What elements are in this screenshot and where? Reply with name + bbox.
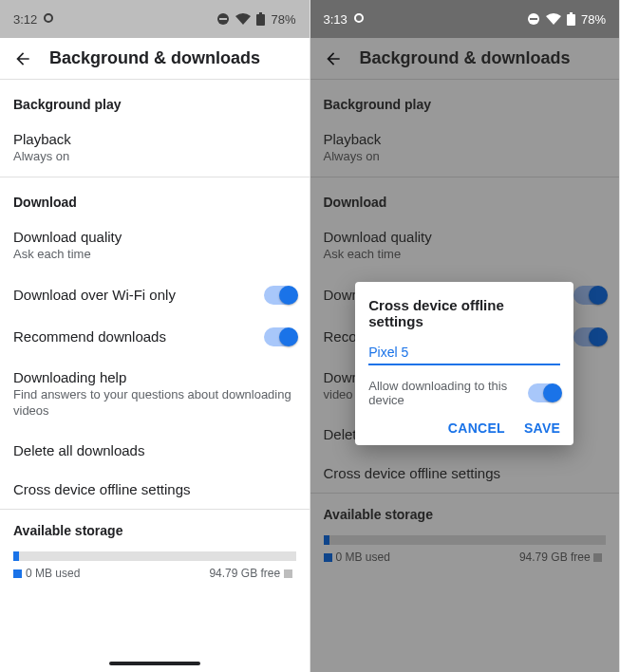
nav-pill[interactable] bbox=[419, 662, 510, 665]
row-help-title: Downloading help bbox=[13, 369, 296, 385]
storage-header: Available storage bbox=[13, 523, 296, 538]
storage-legend: 0 MB used 94.79 GB free bbox=[13, 567, 296, 580]
svg-rect-7 bbox=[530, 18, 537, 20]
nav-bar bbox=[0, 655, 310, 672]
row-help-sub: Find answers to your questions about dow… bbox=[13, 387, 296, 420]
row-help[interactable]: Downloading help Find answers to your qu… bbox=[0, 358, 310, 431]
svg-rect-2 bbox=[219, 18, 227, 20]
toggle-recommend[interactable] bbox=[264, 327, 296, 346]
svg-point-0 bbox=[45, 14, 52, 22]
battery-percent: 78% bbox=[581, 12, 606, 27]
toggle-wifi-only[interactable] bbox=[264, 286, 296, 305]
nav-bar bbox=[310, 655, 620, 672]
svg-rect-3 bbox=[256, 14, 265, 26]
row-quality-sub: Ask each time bbox=[324, 247, 607, 263]
row-quality-title: Download quality bbox=[13, 229, 296, 245]
back-icon[interactable] bbox=[324, 49, 343, 68]
storage-bar bbox=[324, 535, 607, 545]
row-playback[interactable]: Playback Always on bbox=[310, 120, 620, 177]
status-time: 3:13 bbox=[324, 12, 348, 27]
section-download: Download bbox=[310, 177, 620, 217]
row-playback-sub: Always on bbox=[324, 149, 607, 165]
row-cross-title: Cross device offline settings bbox=[13, 481, 296, 497]
row-cross-title: Cross device offline settings bbox=[324, 465, 607, 481]
status-app-icon bbox=[43, 12, 54, 27]
section-storage: Available storage 0 MB used 94.79 GB fre… bbox=[310, 494, 620, 573]
dnd-icon bbox=[216, 12, 230, 26]
storage-header: Available storage bbox=[324, 507, 607, 522]
screenshot-right: 3:13 78% Background & downloads Backgrou… bbox=[310, 0, 621, 672]
row-wifi-title: Download over Wi-Fi only bbox=[13, 287, 264, 303]
row-playback[interactable]: Playback Always on bbox=[0, 120, 310, 177]
svg-rect-9 bbox=[570, 12, 573, 14]
svg-rect-4 bbox=[259, 12, 262, 14]
row-quality-sub: Ask each time bbox=[13, 247, 296, 263]
status-time: 3:12 bbox=[13, 12, 37, 27]
page-title: Background & downloads bbox=[49, 48, 260, 68]
wifi-icon bbox=[235, 13, 251, 25]
battery-percent: 78% bbox=[271, 12, 295, 27]
storage-used: 0 MB used bbox=[26, 567, 80, 580]
storage-free: 94.79 GB free bbox=[519, 551, 591, 564]
row-quality-title: Download quality bbox=[324, 229, 607, 245]
row-playback-sub: Always on bbox=[13, 149, 296, 165]
section-storage: Available storage 0 MB used 94.79 GB fre… bbox=[0, 510, 310, 589]
status-app-icon bbox=[353, 12, 365, 27]
toggle-allow-download[interactable] bbox=[528, 383, 560, 402]
storage-free: 94.79 GB free bbox=[209, 567, 280, 580]
row-delete-title: Delete all downloads bbox=[13, 442, 296, 458]
row-recommend-title: Recommend downloads bbox=[13, 328, 264, 345]
row-download-quality[interactable]: Download quality Ask each time bbox=[310, 217, 620, 274]
back-icon[interactable] bbox=[13, 49, 32, 68]
section-download: Download bbox=[0, 177, 310, 217]
dialog-cross-device: Cross device offline settings Allow down… bbox=[355, 282, 573, 445]
screenshot-left: 3:12 78% Background & downloads Backgrou… bbox=[0, 0, 310, 672]
svg-rect-8 bbox=[567, 14, 575, 26]
row-wifi-only[interactable]: Download over Wi-Fi only bbox=[0, 274, 310, 316]
battery-icon bbox=[567, 12, 575, 26]
status-bar: 3:12 78% bbox=[0, 0, 310, 38]
row-delete-all[interactable]: Delete all downloads bbox=[0, 431, 310, 470]
wifi-icon bbox=[546, 13, 561, 25]
row-recommend[interactable]: Recommend downloads bbox=[0, 316, 310, 358]
storage-legend: 0 MB used 94.79 GB free bbox=[324, 551, 607, 564]
battery-icon bbox=[256, 12, 265, 26]
status-bar: 3:13 78% bbox=[310, 0, 620, 38]
allow-download-label: Allow downloading to this device bbox=[368, 379, 528, 407]
nav-pill[interactable] bbox=[109, 662, 200, 665]
section-background-play: Background play bbox=[310, 80, 620, 120]
svg-point-5 bbox=[355, 14, 363, 22]
title-bar: Background & downloads bbox=[310, 38, 620, 80]
dialog-title: Cross device offline settings bbox=[368, 297, 560, 329]
section-background-play: Background play bbox=[0, 80, 310, 120]
storage-bar bbox=[13, 551, 296, 561]
row-playback-title: Playback bbox=[324, 131, 607, 147]
row-download-quality[interactable]: Download quality Ask each time bbox=[0, 217, 310, 274]
save-button[interactable]: SAVE bbox=[524, 420, 560, 436]
page-title: Background & downloads bbox=[360, 48, 571, 68]
row-cross-device[interactable]: Cross device offline settings bbox=[310, 454, 620, 493]
dnd-icon bbox=[527, 12, 540, 26]
settings-content: Background play Playback Always on Downl… bbox=[0, 80, 310, 655]
storage-used: 0 MB used bbox=[336, 551, 390, 564]
title-bar: Background & downloads bbox=[0, 38, 310, 80]
cancel-button[interactable]: CANCEL bbox=[448, 420, 505, 436]
row-playback-title: Playback bbox=[13, 131, 296, 147]
toggle-wifi-only[interactable] bbox=[573, 286, 606, 305]
device-name-input[interactable] bbox=[368, 343, 560, 365]
toggle-recommend[interactable] bbox=[573, 327, 606, 346]
row-cross-device[interactable]: Cross device offline settings bbox=[0, 470, 310, 509]
